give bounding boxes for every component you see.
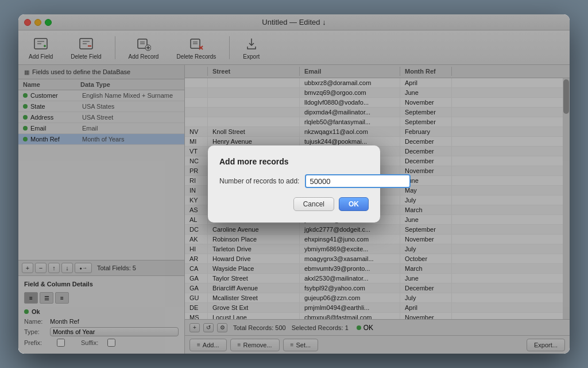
modal-buttons: Cancel OK <box>219 197 369 211</box>
modal-overlay: Add more records Number of records to ad… <box>18 14 570 354</box>
ok-button[interactable]: OK <box>339 197 369 211</box>
main-window: Untitled — Edited ↓ Add Field <box>18 14 570 354</box>
records-count-input[interactable] <box>305 174 411 188</box>
cancel-button[interactable]: Cancel <box>293 197 334 211</box>
modal-title: Add more records <box>219 157 369 166</box>
modal-input-label: Number of records to add: <box>219 177 299 185</box>
add-records-modal: Add more records Number of records to ad… <box>208 145 380 223</box>
modal-input-row: Number of records to add: <box>219 174 369 188</box>
